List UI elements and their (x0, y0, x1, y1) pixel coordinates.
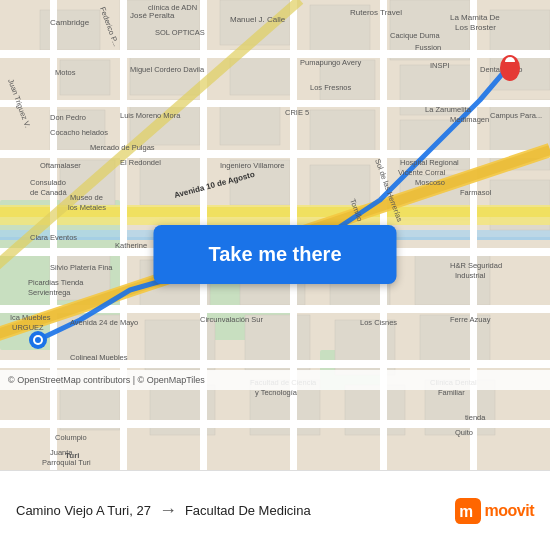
svg-text:Pumapungo Avery: Pumapungo Avery (300, 58, 361, 67)
svg-text:Juanta: Juanta (50, 448, 73, 457)
svg-rect-20 (310, 110, 375, 155)
svg-text:Ferre Azuay: Ferre Azuay (450, 315, 491, 324)
svg-rect-19 (220, 105, 280, 145)
svg-text:CRIE 5: CRIE 5 (285, 108, 309, 117)
svg-text:La Mamita De: La Mamita De (450, 13, 500, 22)
copyright-bar: © OpenStreetMap contributors | © OpenMap… (0, 370, 550, 390)
svg-point-111 (35, 337, 41, 343)
svg-text:Manuel J. Calle: Manuel J. Calle (230, 15, 286, 24)
svg-text:Industrial: Industrial (455, 271, 486, 280)
svg-rect-6 (40, 10, 100, 50)
svg-text:Quito: Quito (455, 428, 473, 437)
svg-rect-26 (310, 165, 370, 210)
svg-text:H&R Seguridad: H&R Seguridad (450, 261, 502, 270)
svg-text:Consulado: Consulado (30, 178, 66, 187)
svg-text:de Canadá: de Canadá (30, 188, 68, 197)
svg-rect-12 (60, 60, 110, 95)
svg-text:Mercado de Pulgas: Mercado de Pulgas (90, 143, 155, 152)
end-location: Facultad De Medicina (185, 503, 311, 518)
svg-text:Cocacho helados: Cocacho helados (50, 128, 108, 137)
moovit-logo: m moovit (455, 498, 534, 524)
svg-text:Ruteros Travel: Ruteros Travel (350, 8, 402, 17)
svg-text:Avenida 24 de Mayo: Avenida 24 de Mayo (70, 318, 138, 327)
svg-text:Picardias Tienda: Picardias Tienda (28, 278, 84, 287)
svg-text:Medimagen: Medimagen (450, 115, 489, 124)
svg-text:Columpio: Columpio (55, 433, 87, 442)
svg-text:Museo de: Museo de (70, 193, 103, 202)
svg-rect-54 (120, 0, 127, 470)
svg-text:m: m (459, 503, 473, 520)
svg-text:José Peralta: José Peralta (130, 11, 175, 20)
svg-text:Cambridge: Cambridge (50, 18, 90, 27)
arrow-icon: → (159, 500, 177, 521)
moovit-icon: m (455, 498, 481, 524)
svg-text:Luis Moreno Mora: Luis Moreno Mora (120, 111, 181, 120)
svg-text:los Metales: los Metales (68, 203, 106, 212)
moovit-logo-text: moovit (485, 502, 534, 520)
svg-rect-44 (0, 50, 550, 58)
svg-text:Parroquial Turi: Parroquial Turi (42, 458, 91, 467)
take-me-there-button[interactable]: Take me there (153, 225, 396, 284)
svg-text:Campus Para...: Campus Para... (490, 111, 542, 120)
svg-text:Vicente Corral: Vicente Corral (398, 168, 446, 177)
svg-text:tienda: tienda (465, 413, 486, 422)
svg-text:Silvio Platería Fina: Silvio Platería Fina (50, 263, 113, 272)
bottom-bar: Camino Viejo A Turi, 27 → Facultad De Me… (0, 470, 550, 550)
svg-text:Ica Muebles: Ica Muebles (10, 313, 51, 322)
svg-text:Colineal Muebles: Colineal Muebles (70, 353, 128, 362)
svg-text:Katherine: Katherine (115, 241, 147, 250)
svg-text:El Redondel: El Redondel (120, 158, 161, 167)
svg-text:Don Pedro: Don Pedro (50, 113, 86, 122)
svg-text:Ingeniero Villamore: Ingeniero Villamore (220, 161, 284, 170)
route-info: Camino Viejo A Turi, 27 → Facultad De Me… (16, 500, 455, 521)
svg-text:Moscoso: Moscoso (415, 178, 445, 187)
svg-text:Farmasol: Farmasol (460, 188, 492, 197)
svg-text:SOL OPTICAS: SOL OPTICAS (155, 28, 205, 37)
svg-text:URGUEZ: URGUEZ (12, 323, 44, 332)
svg-text:Cacique Duma: Cacique Duma (390, 31, 440, 40)
svg-text:Clara Eventos: Clara Eventos (30, 233, 77, 242)
svg-text:La Zarumelita: La Zarumelita (425, 105, 472, 114)
map-container: Cambridge José Peralta Manuel J. Calle R… (0, 0, 550, 470)
svg-text:INSPI: INSPI (430, 61, 450, 70)
svg-text:Los Broster: Los Broster (455, 23, 496, 32)
svg-text:Miguel Cordero Davila: Miguel Cordero Davila (130, 65, 205, 74)
svg-text:Circunvalación Sur: Circunvalación Sur (200, 315, 263, 324)
svg-text:Hospital Regional: Hospital Regional (400, 158, 459, 167)
svg-text:Servientrega: Servientrega (28, 288, 71, 297)
svg-text:Oftamalaser: Oftamalaser (40, 161, 81, 170)
svg-rect-58 (470, 0, 477, 470)
svg-rect-46 (0, 150, 550, 158)
copyright-text: © OpenStreetMap contributors | © OpenMap… (8, 375, 205, 385)
svg-text:Los Cisnes: Los Cisnes (360, 318, 397, 327)
svg-text:clínica de ADN: clínica de ADN (148, 3, 197, 12)
svg-text:Motos: Motos (55, 68, 76, 77)
svg-text:Fussion: Fussion (415, 43, 441, 52)
start-location: Camino Viejo A Turi, 27 (16, 503, 151, 518)
svg-text:Los Fresnos: Los Fresnos (310, 83, 352, 92)
